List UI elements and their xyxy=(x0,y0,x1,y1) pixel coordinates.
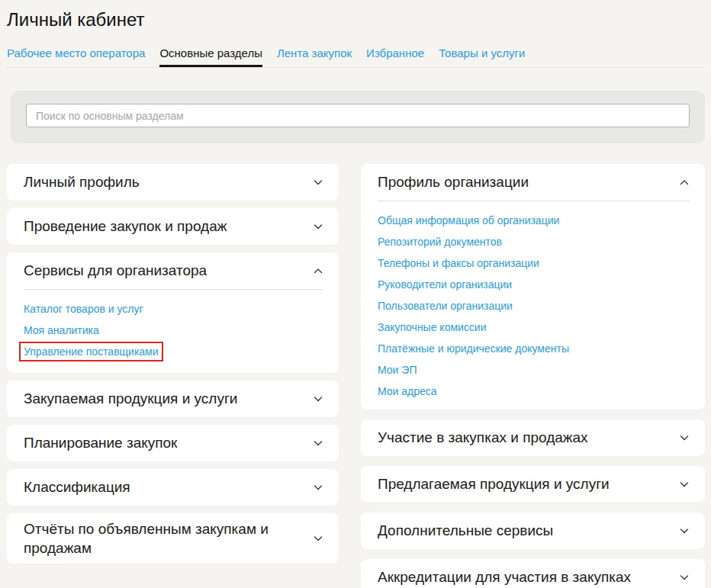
section-header[interactable]: Аккредитации для участия в закупках xyxy=(361,559,705,588)
chevron-down-icon[interactable] xyxy=(678,571,690,583)
section-title: Сервисы для организатора xyxy=(24,261,214,280)
section-title: Закупаемая продукция и услуги xyxy=(24,389,245,408)
section-header[interactable]: Закупаемая продукция и услуги xyxy=(7,381,339,417)
section-title: Классификация xyxy=(24,477,138,496)
section-card: Личный профиль xyxy=(7,164,339,201)
section-link[interactable]: Общая информация об организации xyxy=(378,214,559,227)
section-card: Проведение закупок и продаж xyxy=(7,208,339,245)
search-panel xyxy=(11,91,705,143)
section-card: Классификация xyxy=(7,469,339,506)
section-title: Участие в закупках и продажах xyxy=(378,428,596,447)
section-card: Участие в закупках и продажах xyxy=(361,419,705,456)
sections-area: Личный профиль Проведение закупок и прод… xyxy=(7,164,705,588)
section-title: Личный профиль xyxy=(24,172,147,191)
chevron-down-icon[interactable] xyxy=(312,176,324,188)
section-title: Отчёты по объявленным закупкам и продажа… xyxy=(24,519,312,557)
section-header[interactable]: Участие в закупках и продажах xyxy=(361,419,705,456)
section-header[interactable]: Классификация xyxy=(7,469,339,506)
section-link[interactable]: Платёжные и юридические документы xyxy=(378,342,569,355)
chevron-down-icon[interactable] xyxy=(312,532,324,545)
section-links: Каталог товаров и услугМоя аналитикаУпра… xyxy=(24,289,323,373)
section-link[interactable]: Руководители организации xyxy=(378,278,512,291)
chevron-down-icon[interactable] xyxy=(312,481,324,493)
section-card: Планирование закупок xyxy=(7,425,339,461)
section-card: Предлагаемая продукция и услуги xyxy=(361,466,705,503)
tab-operator-workplace[interactable]: Рабочее место оператора xyxy=(7,47,145,67)
section-link[interactable]: Мои адреса xyxy=(378,384,437,398)
section-link[interactable]: Моя аналитика xyxy=(24,323,99,337)
section-card: Сервисы для организатора Каталог товаров… xyxy=(7,252,339,373)
tab-favorites[interactable]: Избранное xyxy=(366,47,424,67)
section-header[interactable]: Личный профиль xyxy=(7,164,339,201)
chevron-down-icon[interactable] xyxy=(312,220,324,233)
section-link[interactable]: Пользователи организации xyxy=(378,299,513,313)
section-card: Дополнительные сервисы xyxy=(361,512,705,549)
section-header[interactable]: Сервисы для организатора xyxy=(7,252,339,289)
section-header[interactable]: Отчёты по объявленным закупкам и продажа… xyxy=(7,513,339,564)
tab-goods-services[interactable]: Товары и услуги xyxy=(439,47,525,67)
section-title: Профиль организации xyxy=(378,172,536,191)
tab-procurement-feed[interactable]: Лента закупок xyxy=(277,47,352,67)
search-input[interactable] xyxy=(26,104,690,127)
section-title: Планирование закупок xyxy=(24,433,185,452)
tab-main-sections[interactable]: Основные разделы xyxy=(159,47,262,67)
section-link[interactable]: Телефоны и факсы организации xyxy=(378,256,539,270)
section-title: Дополнительные сервисы xyxy=(378,521,561,540)
column-left: Личный профиль Проведение закупок и прод… xyxy=(7,164,339,564)
section-card: Аккредитации для участия в закупках xyxy=(361,559,705,588)
column-right: Профиль организации Общая информация об … xyxy=(361,164,705,588)
section-link[interactable]: Закупочные комиссии xyxy=(378,320,487,334)
tabs-bar: Рабочее место оператораОсновные разделыЛ… xyxy=(7,47,705,68)
section-link[interactable]: Мои ЭП xyxy=(378,363,417,377)
section-links: Общая информация об организацииРепозитор… xyxy=(378,201,690,410)
section-header[interactable]: Планирование закупок xyxy=(7,425,339,461)
personal-cabinet-page: Личный кабинет Рабочее место оператораОс… xyxy=(0,0,711,588)
section-title: Проведение закупок и продаж xyxy=(24,217,234,236)
section-card: Отчёты по объявленным закупкам и продажа… xyxy=(7,513,339,564)
chevron-down-icon[interactable] xyxy=(678,525,690,537)
page-title: Личный кабинет xyxy=(7,8,705,31)
section-header[interactable]: Дополнительные сервисы xyxy=(361,512,705,549)
section-link[interactable]: Каталог товаров и услуг xyxy=(24,302,143,316)
section-link[interactable]: Репозиторий документов xyxy=(378,235,502,249)
section-card: Закупаемая продукция и услуги xyxy=(7,381,339,417)
chevron-down-icon[interactable] xyxy=(312,437,324,449)
chevron-down-icon[interactable] xyxy=(312,393,324,405)
chevron-down-icon[interactable] xyxy=(678,432,690,444)
section-title: Предлагаемая продукция и услуги xyxy=(378,474,617,493)
chevron-down-icon[interactable] xyxy=(678,478,690,490)
section-header[interactable]: Предлагаемая продукция и услуги xyxy=(361,466,705,503)
section-card: Профиль организации Общая информация об … xyxy=(361,164,705,410)
section-header[interactable]: Профиль организации xyxy=(361,164,705,201)
section-title: Аккредитации для участия в закупках xyxy=(378,567,639,586)
chevron-up-icon[interactable] xyxy=(678,176,690,188)
section-header[interactable]: Проведение закупок и продаж xyxy=(7,208,339,245)
chevron-up-icon[interactable] xyxy=(312,265,324,277)
section-link-highlighted[interactable]: Управление поставщиками xyxy=(19,342,163,361)
